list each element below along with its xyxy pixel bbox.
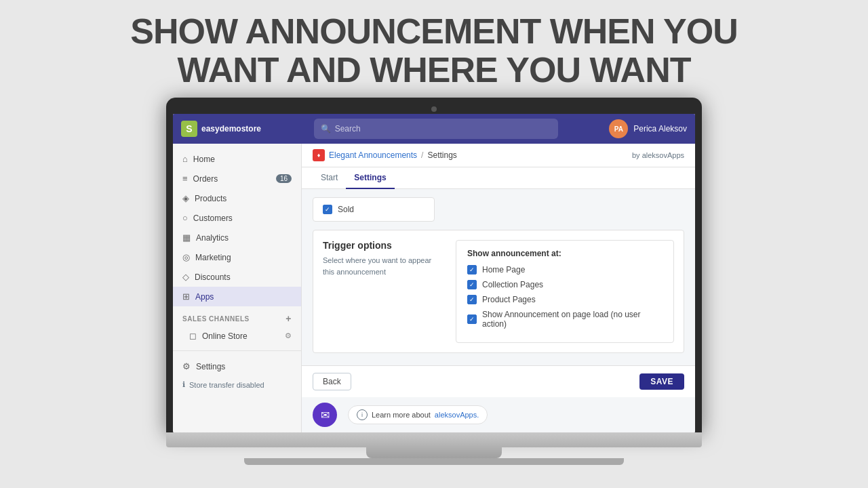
scroll-content[interactable]: Sold Trigger options Select where you wa… xyxy=(302,189,695,365)
shopify-icon: S xyxy=(181,121,197,137)
sidebar-item-label: Apps xyxy=(195,292,214,302)
learn-more-link[interactable]: aleksovApps. xyxy=(435,411,479,419)
online-store-settings-icon[interactable]: ⚙ xyxy=(285,331,292,340)
learn-more-button[interactable]: i Learn more about aleksovApps. xyxy=(348,405,488,424)
sidebar-item-analytics[interactable]: ▦ Analytics xyxy=(173,228,301,247)
home-page-label: Home Page xyxy=(482,265,525,274)
sold-checkbox[interactable] xyxy=(323,205,332,214)
sold-item: Sold xyxy=(323,205,425,214)
laptop-camera xyxy=(431,106,437,112)
trigger-section: Trigger options Select where you want to… xyxy=(313,230,684,353)
show-at-title: Show announcement at: xyxy=(467,249,663,258)
laptop-foot xyxy=(244,458,624,465)
search-input[interactable] xyxy=(335,124,551,134)
breadcrumb-meta: by aleksovApps xyxy=(632,151,684,159)
shopify-ui: S easydemostore 🔍 PA Perica Aleksov xyxy=(173,114,695,432)
sidebar-item-apps[interactable]: ⊞ Apps xyxy=(173,287,301,306)
online-store-icon: ◻ xyxy=(189,331,197,341)
trigger-title: Trigger options xyxy=(323,240,445,251)
laptop-camera-bar xyxy=(173,104,695,114)
hero-line1: SHOW ANNOUNCEMENT WHEN YOU xyxy=(130,12,738,51)
user-name: Perica Aleksov xyxy=(633,124,687,134)
checkbox-row-home: Home Page xyxy=(467,265,663,274)
laptop-base xyxy=(166,432,702,447)
trigger-right: Show announcement at: Home Page Collecti… xyxy=(456,240,674,343)
customers-icon: ○ xyxy=(182,213,188,223)
tabs-bar: Start Settings xyxy=(302,167,695,189)
sidebar-item-discounts[interactable]: ◇ Discounts xyxy=(173,267,301,287)
sidebar-item-settings[interactable]: ⚙ Settings xyxy=(173,357,301,376)
breadcrumb-separator: / xyxy=(421,150,423,160)
breadcrumb-bar: ♦ Elegant Announcements / Settings by al… xyxy=(302,144,695,167)
settings-label: Settings xyxy=(196,362,225,371)
sold-section: Sold xyxy=(313,197,435,222)
info-circle-icon: i xyxy=(357,409,368,420)
tab-start[interactable]: Start xyxy=(313,167,346,189)
collection-pages-checkbox[interactable] xyxy=(467,280,477,289)
page-load-checkbox[interactable] xyxy=(467,314,477,324)
online-store-label: Online Store xyxy=(202,331,248,341)
info-icon: ℹ xyxy=(182,380,185,389)
collection-pages-label: Collection Pages xyxy=(482,280,543,289)
sales-channels-header: SALES CHANNELS + xyxy=(173,306,301,327)
section-label: SALES CHANNELS xyxy=(182,315,250,323)
tab-settings[interactable]: Settings xyxy=(346,167,394,189)
breadcrumb-current: Settings xyxy=(427,150,456,160)
sidebar-item-label: Discounts xyxy=(195,272,231,282)
sidebar-bottom: ⚙ Settings ℹ Store transfer disabled xyxy=(173,350,301,393)
discounts-icon: ◇ xyxy=(182,272,189,282)
top-bar: S easydemostore 🔍 PA Perica Aleksov xyxy=(173,114,695,144)
sidebar-item-orders[interactable]: ≡ Orders 16 xyxy=(173,169,301,188)
sidebar-item-label: Customers xyxy=(193,214,233,223)
app-icon: ♦ xyxy=(313,149,325,161)
sidebar-item-label: Analytics xyxy=(196,233,229,243)
breadcrumb-app-link[interactable]: Elegant Announcements xyxy=(329,150,417,160)
sidebar-item-label: Marketing xyxy=(195,253,231,262)
sidebar-item-marketing[interactable]: ◎ Marketing xyxy=(173,247,301,267)
marketing-icon: ◎ xyxy=(182,252,190,262)
sidebar-item-online-store[interactable]: ◻ Online Store ⚙ xyxy=(173,327,301,345)
home-icon: ⌂ xyxy=(182,154,188,164)
store-logo: S easydemostore xyxy=(181,121,262,137)
footer-info: ✉ i Learn more about aleksovApps. xyxy=(302,397,695,432)
checkbox-row-pageload: Show Announcement on page load (no user … xyxy=(467,310,663,329)
trigger-left: Trigger options Select where you want to… xyxy=(323,240,445,343)
product-pages-label: Product Pages xyxy=(482,295,536,304)
save-button[interactable]: SAVE xyxy=(639,373,684,390)
search-icon: 🔍 xyxy=(321,124,331,134)
hero-heading: SHOW ANNOUNCEMENT WHEN YOU WANT AND WHER… xyxy=(130,0,738,98)
checkbox-row-product: Product Pages xyxy=(467,295,663,304)
avatar[interactable]: PA xyxy=(609,119,628,138)
bottom-bar: Back SAVE xyxy=(302,365,695,397)
mail-fab-button[interactable]: ✉ xyxy=(313,403,337,427)
back-button[interactable]: Back xyxy=(313,373,351,390)
hero-line2: WANT AND WHERE YOU WANT xyxy=(130,51,738,89)
orders-badge: 16 xyxy=(276,174,292,183)
store-transfer-bar: ℹ Store transfer disabled xyxy=(173,376,301,393)
laptop-device: S easydemostore 🔍 PA Perica Aleksov xyxy=(166,98,702,465)
add-channel-icon[interactable]: + xyxy=(285,313,292,324)
search-bar[interactable]: 🔍 xyxy=(314,119,558,139)
product-pages-checkbox[interactable] xyxy=(467,295,477,304)
laptop-screen-outer: S easydemostore 🔍 PA Perica Aleksov xyxy=(166,98,702,432)
page-load-label: Show Announcement on page load (no user … xyxy=(482,310,663,329)
content-panel: ♦ Elegant Announcements / Settings by al… xyxy=(302,144,695,432)
trigger-desc: Select where you want to appear this ann… xyxy=(323,255,445,277)
sold-label: Sold xyxy=(338,205,354,214)
sidebar-item-customers[interactable]: ○ Customers xyxy=(173,208,301,228)
store-transfer-label: Store transfer disabled xyxy=(189,381,264,389)
products-icon: ◈ xyxy=(182,193,189,203)
sidebar-item-home[interactable]: ⌂ Home xyxy=(173,149,301,169)
analytics-icon: ▦ xyxy=(182,232,191,243)
learn-more-text: Learn more about xyxy=(372,411,431,419)
main-area: ⌂ Home ≡ Orders 16 ◈ Products xyxy=(173,144,695,432)
sidebar-item-label: Orders xyxy=(193,174,218,184)
user-area: PA Perica Aleksov xyxy=(609,119,687,138)
laptop-screen: S easydemostore 🔍 PA Perica Aleksov xyxy=(173,114,695,432)
home-page-checkbox[interactable] xyxy=(467,265,477,274)
sidebar-item-label: Home xyxy=(193,155,215,164)
checkbox-row-collection: Collection Pages xyxy=(467,280,663,289)
sidebar-item-products[interactable]: ◈ Products xyxy=(173,188,301,208)
orders-icon: ≡ xyxy=(182,174,188,184)
laptop-stand xyxy=(366,447,502,458)
